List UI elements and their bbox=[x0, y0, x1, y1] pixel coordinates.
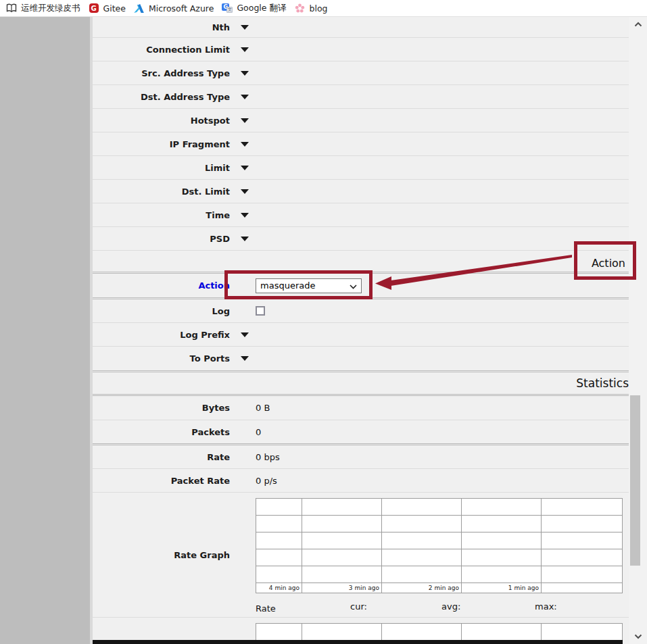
time-label: 3 min ago bbox=[302, 583, 382, 593]
row-to-ports: To Ports bbox=[93, 347, 629, 372]
legend-series-label: Rate bbox=[256, 603, 276, 614]
chevron-down-icon bbox=[350, 284, 357, 289]
field-label: Dst. Limit bbox=[93, 187, 230, 197]
expand-triangle-icon[interactable] bbox=[241, 71, 249, 76]
packet-rate-value: 0 p/s bbox=[256, 476, 277, 486]
packet-rate-graph-table bbox=[256, 623, 623, 640]
rate-graph-table: 4 min ago 3 min ago 2 min ago 1 min ago bbox=[256, 498, 623, 593]
to-ports-label: To Ports bbox=[93, 353, 230, 364]
azure-icon bbox=[134, 3, 145, 14]
expand-triangle-icon[interactable] bbox=[241, 332, 249, 337]
field-label: Dst. Address Type bbox=[93, 92, 230, 102]
field-label: Src. Address Type bbox=[93, 68, 230, 78]
row-rate: Rate 0 bps bbox=[93, 445, 629, 469]
time-label: 4 min ago bbox=[256, 583, 302, 593]
field-label: PSD bbox=[93, 234, 230, 244]
expand-triangle-icon[interactable] bbox=[241, 213, 249, 218]
statistics-heading: Statistics bbox=[576, 376, 629, 390]
action-label: Action bbox=[93, 280, 230, 291]
gitee-icon: G bbox=[89, 3, 99, 14]
rate-value: 0 bps bbox=[256, 452, 280, 462]
row-dst-address-type: Dst. Address Type bbox=[93, 85, 629, 109]
time-label: 1 min ago bbox=[462, 583, 542, 593]
google-translate-icon: G文 bbox=[222, 3, 233, 14]
field-label: IP Fragment bbox=[93, 139, 230, 149]
statistics-section-header: Statistics bbox=[93, 372, 629, 396]
row-bytes: Bytes 0 B bbox=[93, 396, 629, 420]
bookmark-label: Google 翻译 bbox=[237, 3, 286, 14]
row-ip-fragment: IP Fragment bbox=[93, 132, 629, 156]
row-packet-rate-graph-clipped bbox=[93, 618, 629, 640]
bytes-value: 0 B bbox=[256, 403, 270, 413]
bookmark-label: Gitee bbox=[103, 3, 126, 14]
row-time: Time bbox=[93, 203, 629, 227]
rate-graph-legend: Rate cur: avg: max: bbox=[256, 599, 629, 614]
row-connection-limit: Connection Limit bbox=[93, 38, 629, 61]
bookmark-azure[interactable]: Microsoft Azure bbox=[133, 0, 220, 17]
expand-triangle-icon[interactable] bbox=[241, 25, 249, 30]
row-packet-rate: Packet Rate 0 p/s bbox=[93, 469, 629, 493]
form-panel: Nth Connection Limit Src. Address Type D… bbox=[93, 17, 629, 644]
blank-gap bbox=[93, 251, 629, 272]
log-label: Log bbox=[93, 306, 230, 316]
scroll-up-icon[interactable] bbox=[633, 20, 644, 29]
field-label: Time bbox=[93, 210, 230, 220]
row-action: Action masquerade bbox=[93, 272, 629, 299]
bookmark-label: blog bbox=[309, 3, 327, 14]
packets-value: 0 bbox=[256, 427, 261, 437]
field-label: Hotspot bbox=[93, 116, 230, 126]
field-label: Limit bbox=[93, 163, 230, 173]
bookmarks-bar: 运维开发绿皮书 G Gitee Microsoft Azure G文 Googl… bbox=[0, 0, 647, 17]
row-nth: Nth bbox=[93, 17, 629, 38]
row-packets: Packets 0 bbox=[93, 420, 629, 445]
action-select[interactable]: masquerade bbox=[256, 278, 362, 293]
time-label: 2 min ago bbox=[382, 583, 462, 593]
expand-triangle-icon[interactable] bbox=[241, 166, 249, 170]
legend-max-label: max: bbox=[535, 601, 557, 612]
rate-graph-label: Rate Graph bbox=[93, 493, 230, 617]
expand-triangle-icon[interactable] bbox=[241, 356, 249, 361]
row-log: Log bbox=[93, 299, 629, 323]
flower-icon bbox=[294, 3, 305, 14]
scrollbar[interactable] bbox=[629, 17, 647, 644]
row-limit: Limit bbox=[93, 156, 629, 180]
row-dst-limit: Dst. Limit bbox=[93, 180, 629, 203]
bookmark-label: 运维开发绿皮书 bbox=[21, 3, 80, 14]
row-rate-graph: Rate Graph 4 min ago 3 min ago 2 min ago… bbox=[93, 493, 629, 618]
log-prefix-label: Log Prefix bbox=[93, 330, 230, 340]
expand-triangle-icon[interactable] bbox=[241, 95, 249, 99]
legend-cur-label: cur: bbox=[350, 601, 367, 612]
row-src-address-type: Src. Address Type bbox=[93, 61, 629, 85]
expand-triangle-icon[interactable] bbox=[241, 47, 249, 52]
bottom-edge-bar bbox=[93, 640, 623, 644]
bookmark-green-book[interactable]: 运维开发绿皮书 bbox=[5, 0, 87, 17]
row-log-prefix: Log Prefix bbox=[93, 323, 629, 347]
action-select-value: masquerade bbox=[260, 280, 315, 291]
book-icon bbox=[6, 3, 17, 14]
packet-rate-label: Packet Rate bbox=[93, 476, 230, 486]
bytes-label: Bytes bbox=[93, 403, 230, 413]
expand-triangle-icon[interactable] bbox=[241, 142, 249, 147]
expand-triangle-icon[interactable] bbox=[241, 237, 249, 241]
sidebar bbox=[0, 17, 90, 644]
scroll-down-icon[interactable] bbox=[633, 632, 644, 641]
expand-triangle-icon[interactable] bbox=[241, 189, 249, 194]
field-label: Nth bbox=[93, 22, 230, 32]
bookmark-blog[interactable]: blog bbox=[293, 0, 334, 17]
page: 运维开发绿皮书 G Gitee Microsoft Azure G文 Googl… bbox=[0, 0, 647, 644]
row-psd: PSD bbox=[93, 227, 629, 251]
scrollbar-thumb[interactable] bbox=[630, 395, 640, 566]
bookmark-gitee[interactable]: G Gitee bbox=[87, 0, 133, 17]
bookmark-label: Microsoft Azure bbox=[149, 3, 214, 14]
expand-triangle-icon[interactable] bbox=[241, 118, 249, 123]
log-checkbox[interactable] bbox=[256, 306, 265, 316]
legend-avg-label: avg: bbox=[441, 601, 460, 612]
field-label: Connection Limit bbox=[93, 45, 230, 55]
bookmark-google-translate[interactable]: G文 Google 翻译 bbox=[220, 0, 293, 17]
row-hotspot: Hotspot bbox=[93, 109, 629, 132]
packets-label: Packets bbox=[93, 427, 230, 437]
rate-label: Rate bbox=[93, 452, 230, 462]
